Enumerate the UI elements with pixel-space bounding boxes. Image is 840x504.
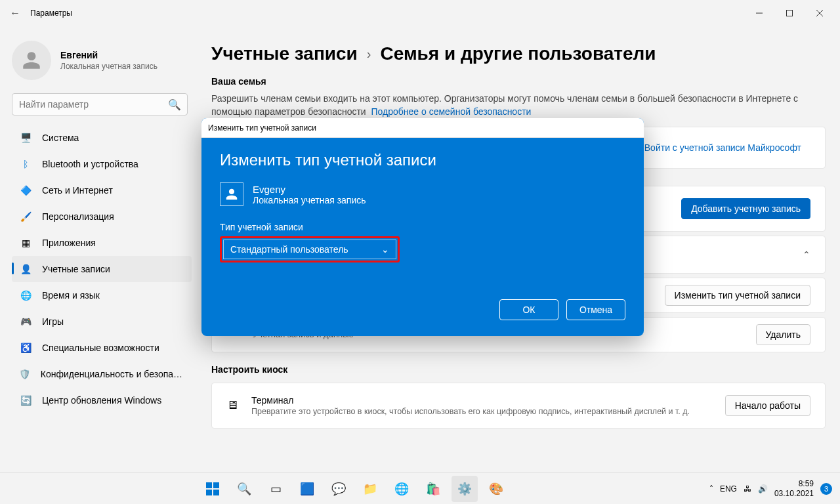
account-type-dropdown[interactable]: Стандартный пользователь ⌄ — [223, 240, 396, 259]
breadcrumb-current: Семья и другие пользователи — [380, 43, 656, 64]
highlight-box: Стандартный пользователь ⌄ — [220, 236, 400, 262]
back-button[interactable]: ← — [5, 7, 25, 19]
language-indicator[interactable]: ENG — [720, 484, 737, 494]
sidebar-item-bluetooth[interactable]: ᛒBluetooth и устройства — [12, 151, 192, 177]
explorer-icon[interactable]: 📁 — [357, 476, 383, 502]
apps-icon: ▦ — [18, 237, 33, 249]
dialog-user-subtitle: Локальная учетная запись — [253, 195, 366, 205]
network-tray-icon[interactable]: 🖧 — [744, 484, 751, 494]
chevron-right-icon: › — [367, 47, 371, 62]
sidebar-item-accessibility[interactable]: ♿Специальные возможности — [12, 335, 192, 361]
profile-name: Евгений — [60, 50, 158, 60]
dialog-ok-button[interactable]: ОК — [499, 299, 558, 320]
notification-badge[interactable]: 3 — [820, 483, 832, 495]
minimize-button[interactable] — [744, 3, 774, 23]
dialog-heading: Изменить тип учетной записи — [220, 151, 625, 169]
sidebar-item-gaming[interactable]: 🎮Игры — [12, 308, 192, 335]
shield-icon: 🛡️ — [18, 368, 32, 380]
dialog-titlebar: Изменить тип учетной записи — [201, 118, 644, 138]
update-icon: 🔄 — [18, 394, 33, 406]
sidebar-item-privacy[interactable]: 🛡️Конфиденциальность и безопасность — [12, 361, 192, 387]
volume-tray-icon[interactable]: 🔊 — [758, 484, 768, 494]
search-input[interactable] — [12, 93, 188, 116]
settings-taskbar-icon[interactable]: ⚙️ — [452, 476, 478, 502]
widgets-icon[interactable]: 🟦 — [294, 476, 320, 502]
profile-block[interactable]: Евгений Локальная учетная запись — [12, 26, 192, 92]
account-type-selected: Стандартный пользователь — [230, 244, 348, 255]
taskbar-search-icon[interactable]: 🔍 — [231, 476, 257, 502]
kiosk-start-button[interactable]: Начало работы — [725, 395, 810, 416]
family-description: Разрешить членам семьи входить на этот к… — [211, 92, 826, 119]
family-safety-link[interactable]: Подробнее о семейной безопасности — [371, 106, 531, 117]
taskbar: 🔍 ▭ 🟦 💬 📁 🌐 🛍️ ⚙️ 🎨 ˄ ENG 🖧 🔊 8:59 03.10… — [0, 472, 840, 504]
change-account-type-button[interactable]: Изменить тип учетной записи — [665, 285, 810, 306]
dialog-cancel-button[interactable]: Отмена — [566, 299, 625, 320]
time: 8:59 — [774, 479, 814, 489]
sidebar-item-personalization[interactable]: 🖌️Персонализация — [12, 203, 192, 230]
dialog-user-block: Evgeny Локальная учетная запись — [220, 182, 625, 206]
system-icon: 🖥️ — [18, 132, 33, 144]
svg-rect-4 — [206, 482, 212, 488]
accessibility-icon: ♿ — [18, 342, 33, 354]
edge-icon[interactable]: 🌐 — [388, 476, 415, 502]
dialog-user-name: Evgeny — [253, 184, 366, 195]
account-type-label: Тип учетной записи — [220, 222, 625, 232]
start-button[interactable] — [200, 476, 226, 502]
delete-account-button[interactable]: Удалить — [756, 324, 810, 345]
sidebar-item-apps[interactable]: ▦Приложения — [12, 230, 192, 256]
store-icon[interactable]: 🛍️ — [420, 476, 446, 502]
close-button[interactable] — [805, 3, 835, 23]
svg-rect-5 — [213, 482, 219, 488]
svg-rect-1 — [787, 10, 793, 16]
dialog-window-title: Изменить тип учетной записи — [208, 123, 316, 133]
kiosk-title: Терминал — [251, 395, 725, 406]
sidebar-item-update[interactable]: 🔄Центр обновления Windows — [12, 387, 192, 413]
profile-subtitle: Локальная учетная запись — [60, 62, 158, 71]
family-heading: Ваша семья — [211, 76, 826, 87]
sidebar: Евгений Локальная учетная запись 🔍 🖥️Сис… — [0, 26, 197, 472]
breadcrumb: Учетные записи › Семья и другие пользова… — [211, 43, 826, 64]
chevron-down-icon: ⌄ — [381, 244, 389, 255]
kiosk-icon: 🖥 — [226, 398, 238, 412]
dialog-user-icon — [220, 182, 243, 206]
kiosk-heading: Настроить киоск — [211, 364, 826, 375]
chat-icon[interactable]: 💬 — [326, 476, 352, 502]
system-tray: ˄ ENG 🖧 🔊 8:59 03.10.2021 3 — [709, 479, 840, 499]
sidebar-item-network[interactable]: 🔷Сеть и Интернет — [12, 177, 192, 203]
gamepad-icon: 🎮 — [18, 316, 33, 327]
kiosk-description: Превратите это устройство в киоск, чтобы… — [251, 407, 725, 416]
brush-icon: 🖌️ — [18, 211, 33, 222]
signin-ms-account-link[interactable]: Войти с учетной записи Майкрософт — [635, 138, 810, 158]
globe-icon: 🌐 — [18, 289, 33, 301]
search-icon: 🔍 — [168, 98, 181, 111]
change-account-type-dialog: Изменить тип учетной записи Изменить тип… — [201, 118, 644, 336]
window-titlebar: ← Параметры — [0, 0, 840, 26]
task-view-icon[interactable]: ▭ — [262, 476, 289, 502]
svg-rect-6 — [206, 490, 212, 495]
accounts-icon: 👤 — [18, 263, 33, 275]
maximize-button[interactable] — [774, 3, 805, 23]
network-icon: 🔷 — [18, 184, 33, 196]
bluetooth-icon: ᛒ — [18, 158, 33, 170]
chevron-up-icon: ⌃ — [803, 249, 810, 260]
date: 03.10.2021 — [774, 489, 814, 499]
kiosk-card: 🖥 Терминал Превратите это устройство в к… — [211, 383, 826, 429]
tray-chevron-up-icon[interactable]: ˄ — [709, 484, 713, 494]
app-icon[interactable]: 🎨 — [483, 476, 509, 502]
user-avatar-icon — [12, 41, 51, 80]
sidebar-item-time-language[interactable]: 🌐Время и язык — [12, 282, 192, 308]
window-title: Параметры — [30, 9, 72, 18]
sidebar-item-accounts[interactable]: 👤Учетные записи — [12, 256, 192, 282]
clock[interactable]: 8:59 03.10.2021 — [774, 479, 814, 499]
add-account-button[interactable]: Добавить учетную запись — [681, 198, 810, 219]
sidebar-item-system[interactable]: 🖥️Система — [12, 125, 192, 151]
search-box[interactable]: 🔍 — [12, 93, 188, 116]
svg-rect-7 — [213, 490, 219, 495]
breadcrumb-parent[interactable]: Учетные записи — [211, 43, 358, 64]
